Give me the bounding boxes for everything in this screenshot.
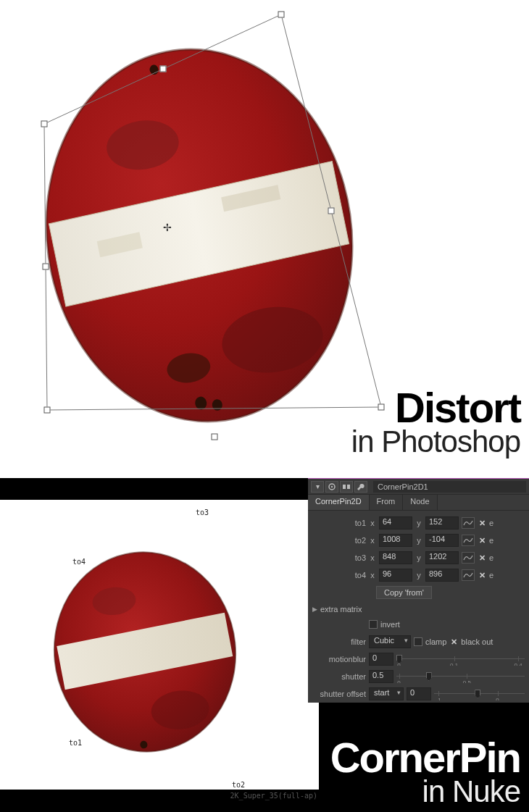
- y-label: y: [415, 519, 422, 527]
- row-to3: to3 x 848 y 1202 ✕ e: [312, 550, 525, 566]
- clamp-checkbox[interactable]: [414, 637, 422, 646]
- viewer-marker-to4[interactable]: to4: [72, 558, 86, 566]
- distort-handle-top-mid[interactable]: [160, 66, 167, 72]
- black-outside-checkbox[interactable]: ✕: [449, 637, 458, 647]
- black-outside-label: black out: [461, 637, 493, 646]
- photoshop-panel: ✢ Distort in Photoshop: [0, 0, 529, 478]
- nuke-caption-bold: CornerPin: [330, 737, 520, 777]
- anim-curve-icon[interactable]: [462, 535, 475, 546]
- to3-y-input[interactable]: 1202: [425, 551, 459, 564]
- viewer-marker-to2[interactable]: to2: [232, 781, 245, 789]
- clamp-label: clamp: [425, 637, 446, 646]
- extra-matrix-section[interactable]: ▶ extra matrix: [312, 602, 525, 616]
- to2-y-input[interactable]: -104: [425, 534, 459, 547]
- label-to4: to4: [312, 571, 366, 579]
- label-to3: to3: [312, 553, 366, 562]
- shutter-input[interactable]: 0.5: [369, 670, 393, 683]
- nuke-caption: CornerPin in Nuke: [330, 737, 520, 806]
- close-x-icon[interactable]: ✕: [478, 519, 486, 528]
- invert-checkbox[interactable]: [369, 620, 378, 629]
- shutter-label: shutter: [312, 672, 366, 681]
- distort-handle-bottom-left[interactable]: [44, 407, 51, 414]
- svg-point-20: [331, 485, 333, 487]
- row-to1: to1 x 64 y 152 ✕ e: [312, 515, 525, 531]
- wrench-icon[interactable]: [354, 481, 367, 493]
- tab-cornerpin2d[interactable]: CornerPin2D: [308, 495, 370, 510]
- enable-e[interactable]: e: [489, 536, 496, 545]
- x-label: x: [369, 519, 376, 527]
- to3-x-input[interactable]: 848: [379, 551, 412, 564]
- label-to2: to2: [312, 536, 366, 545]
- shutter-slider[interactable]: 0 0.5: [396, 670, 525, 683]
- extra-matrix-label: extra matrix: [320, 605, 362, 614]
- to2-x-input[interactable]: 1008: [379, 534, 412, 547]
- to4-y-input[interactable]: 896: [425, 569, 459, 582]
- sign-image-nuke: [43, 551, 246, 753]
- viewer-marker-to3[interactable]: to3: [196, 508, 209, 516]
- distort-handle-top-left[interactable]: [41, 121, 48, 127]
- distort-handle-left-mid[interactable]: [43, 264, 49, 270]
- svg-rect-21: [343, 485, 346, 489]
- collapse-button[interactable]: ▾: [311, 481, 324, 493]
- row-to4: to4 x 96 y 896 ✕ e: [312, 567, 525, 583]
- nuke-viewer[interactable]: to3 to4 to1 to2 2K_Super_35(full-ap): [0, 500, 319, 790]
- shutter-offset-input[interactable]: 0: [407, 687, 431, 700]
- enable-e[interactable]: e: [489, 571, 496, 579]
- enable-e[interactable]: e: [489, 519, 496, 527]
- invert-label: invert: [380, 620, 400, 629]
- close-x-icon[interactable]: ✕: [478, 536, 486, 545]
- enable-e[interactable]: e: [489, 553, 496, 562]
- node-graph-icon[interactable]: [340, 481, 353, 493]
- svg-rect-22: [347, 485, 350, 489]
- center-node-button[interactable]: [325, 481, 338, 493]
- motionblur-label: motionblur: [312, 655, 366, 664]
- copy-from-button[interactable]: Copy 'from': [376, 586, 432, 599]
- nuke-panel: to3 to4 to1 to2 2K_Super_35(full-ap) ▾ C…: [0, 478, 529, 812]
- disclosure-triangle-icon: ▶: [312, 606, 317, 613]
- filter-label: filter: [312, 637, 366, 646]
- nuke-caption-light: in Nuke: [330, 777, 520, 806]
- close-x-icon[interactable]: ✕: [478, 571, 486, 580]
- distort-handle-top-right[interactable]: [278, 12, 285, 18]
- photoshop-caption-bold: Distort: [351, 388, 520, 427]
- motionblur-slider[interactable]: 0 0.1 0.4: [396, 653, 525, 666]
- distort-center-icon[interactable]: ✢: [162, 222, 172, 233]
- photoshop-caption: Distort in Photoshop: [351, 388, 520, 456]
- tab-node[interactable]: Node: [403, 495, 437, 510]
- viewer-format-label: 2K_Super_35(full-ap): [230, 792, 317, 800]
- shutter-offset-label: shutter offset: [312, 690, 366, 698]
- label-to1: to1: [312, 519, 366, 527]
- to1-x-input[interactable]: 64: [379, 516, 412, 530]
- anim-curve-icon[interactable]: [462, 517, 475, 529]
- node-tabs: CornerPin2D From Node: [308, 495, 529, 511]
- node-header: ▾ CornerPin2D1: [308, 479, 529, 495]
- distort-handle-bottom-mid[interactable]: [212, 434, 218, 440]
- to1-y-input[interactable]: 152: [425, 516, 459, 530]
- node-name-field[interactable]: CornerPin2D1: [373, 481, 526, 493]
- anim-curve-icon[interactable]: [462, 569, 475, 581]
- distort-handle-right-mid[interactable]: [328, 208, 335, 214]
- anim-curve-icon[interactable]: [462, 552, 475, 564]
- shutter-offset-select[interactable]: start: [369, 687, 404, 700]
- filter-select[interactable]: Cubic: [369, 635, 411, 648]
- viewer-marker-to1[interactable]: to1: [69, 739, 82, 747]
- nuke-properties-panel: ▾ CornerPin2D1 CornerPin2D From Node to1…: [308, 478, 529, 703]
- to4-x-input[interactable]: 96: [379, 569, 412, 582]
- motionblur-input[interactable]: 0: [369, 653, 393, 666]
- shutter-offset-slider[interactable]: -1 0: [434, 687, 525, 700]
- close-x-icon[interactable]: ✕: [478, 553, 486, 563]
- tab-from[interactable]: From: [370, 495, 404, 510]
- row-to2: to2 x 1008 y -104 ✕ e: [312, 532, 525, 548]
- photoshop-caption-light: in Photoshop: [351, 427, 520, 456]
